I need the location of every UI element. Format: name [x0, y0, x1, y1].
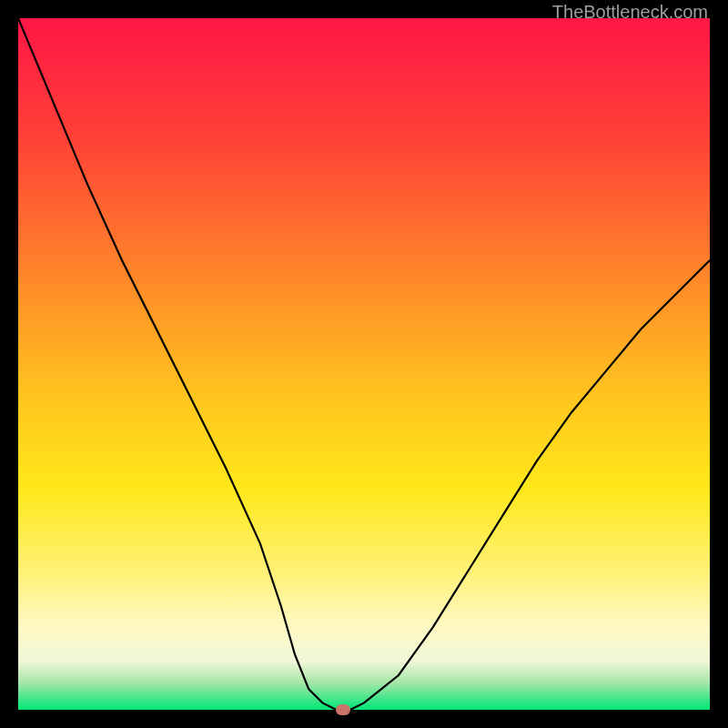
optimal-point-marker [336, 704, 350, 715]
bottleneck-curve [18, 18, 710, 710]
watermark-text: TheBottleneck.com [552, 2, 708, 23]
chart-container: TheBottleneck.com [0, 0, 728, 728]
